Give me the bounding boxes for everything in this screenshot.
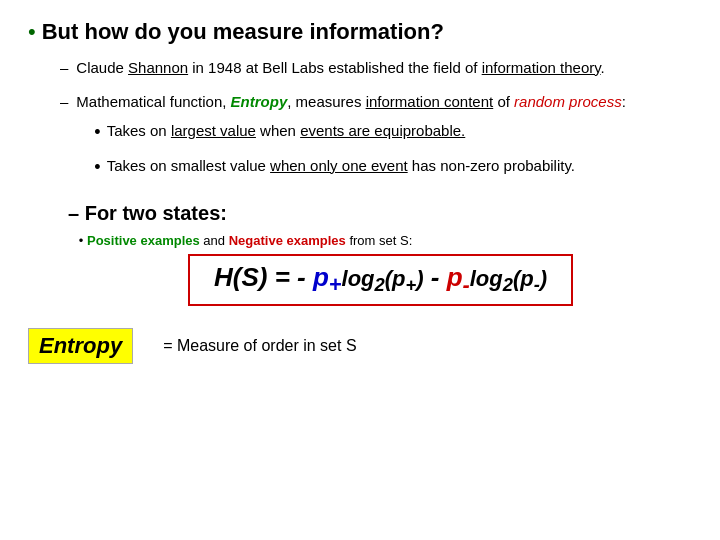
main-bullet-dot: •	[28, 18, 36, 47]
pos-neg-line: • Positive examples and Negative example…	[68, 233, 573, 248]
entropy-word: Entropy	[231, 93, 288, 110]
formula-text: H(S) = - p+log2(p+) - p-log2(p-)	[214, 262, 547, 292]
events-equiprobable-underline: events are equiprobable.	[300, 122, 465, 139]
bottom-row: Entropy = Measure of order in set S	[28, 328, 692, 364]
p-plus: p+	[313, 262, 342, 292]
negative-examples: Negative examples	[229, 233, 346, 248]
entropy-item: – Mathematical function, Entropy, measur…	[60, 91, 692, 190]
p-minus: p-	[447, 262, 470, 292]
entropy-text: Mathematical function, Entropy, measures…	[76, 93, 625, 110]
shannon-item: – Claude Shannon in 1948 at Bell Labs es…	[60, 57, 692, 80]
measure-text: = Measure of order in set S	[163, 337, 356, 355]
sub-bullet-largest: • Takes on largest value when events are…	[94, 120, 625, 145]
largest-value-underline: largest value	[171, 122, 256, 139]
formula-box: H(S) = - p+log2(p+) - p-log2(p-)	[188, 254, 573, 306]
entropy-content: Mathematical function, Entropy, measures…	[76, 91, 625, 190]
largest-value-text: Takes on largest value when events are e…	[107, 120, 466, 143]
from-set-s: from set S:	[349, 233, 412, 248]
random-process: random process	[514, 93, 622, 110]
two-states-item: – For two states: • Positive examples an…	[60, 202, 692, 316]
indent-block: – Claude Shannon in 1948 at Bell Labs es…	[60, 57, 692, 317]
smallest-value-text: Takes on smallest value when only one ev…	[107, 155, 575, 178]
formula-container: H(S) = - p+log2(p+) - p-log2(p-)	[128, 254, 573, 316]
two-states-content: – For two states: • Positive examples an…	[68, 202, 573, 316]
sub-bullets: • Takes on largest value when events are…	[94, 120, 625, 180]
info-content-underline: information content	[366, 93, 494, 110]
and-text: and	[203, 233, 225, 248]
shannon-underline: Shannon	[128, 59, 188, 76]
sub-bullet-smallest: • Takes on smallest value when only one …	[94, 155, 625, 180]
shannon-content: Claude Shannon in 1948 at Bell Labs esta…	[76, 57, 604, 80]
information-theory-underline: information theory	[482, 59, 601, 76]
when-only-one-underline: when only one event	[270, 157, 408, 174]
dash-shannon: –	[60, 57, 68, 80]
sub-dot-2: •	[94, 155, 100, 180]
main-bullet: • But how do you measure information?	[28, 18, 692, 47]
entropy-label: Entropy	[28, 328, 133, 364]
sub-dot-1: •	[94, 120, 100, 145]
dash-entropy: –	[60, 91, 68, 114]
for-two-states-label: – For two states:	[68, 202, 573, 225]
main-question: But how do you measure information?	[42, 18, 444, 47]
positive-examples: Positive examples	[87, 233, 200, 248]
